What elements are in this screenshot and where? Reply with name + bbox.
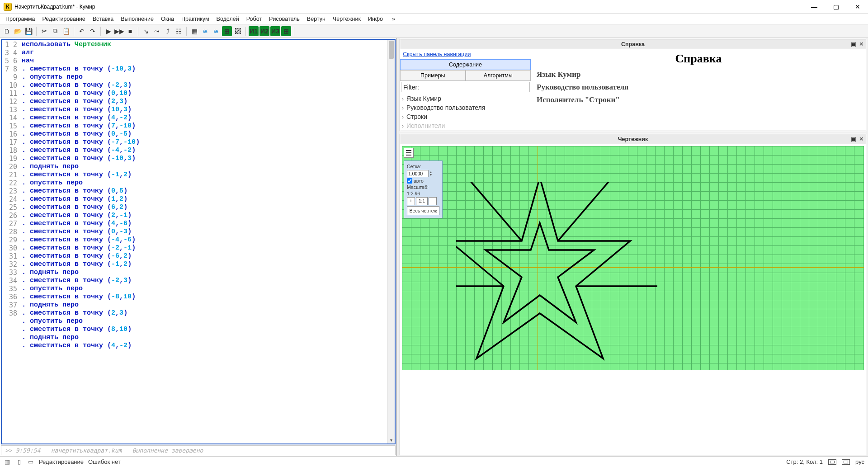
performer2-icon[interactable]: И2 (259, 26, 269, 36)
auto-grid-checkbox[interactable] (407, 178, 412, 184)
status-icon-2[interactable]: ▯ (15, 458, 23, 466)
cut-icon[interactable]: ✂ (39, 26, 49, 36)
menu-Рисователь[interactable]: Рисователь (266, 15, 302, 23)
robot-icon[interactable]: ☷ (174, 26, 184, 36)
redo-icon[interactable]: ↷ (88, 26, 98, 36)
code-area[interactable]: использовать Чертежник алг нач . сместит… (20, 40, 395, 443)
editor-scrollbar[interactable]: ▾ (387, 40, 395, 443)
drawer-panel: Чертежник ▣ ✕ Сетка: ▴▾ (400, 134, 866, 455)
fit-all-button[interactable]: Весь чертеж (407, 206, 439, 215)
separator (36, 27, 37, 36)
close-button[interactable]: ✕ (851, 3, 864, 10)
separator (245, 27, 246, 36)
scroll-down-icon[interactable]: ▾ (388, 438, 395, 443)
tree-item[interactable]: Строки (402, 112, 529, 121)
wave1-icon[interactable]: ≋ (200, 26, 210, 36)
performer3-icon[interactable]: И3 (270, 26, 280, 36)
filter-label: Filter: (401, 83, 421, 92)
menu-Программа[interactable]: Программа (3, 15, 38, 23)
grid-step-input[interactable] (407, 170, 429, 177)
save-file-icon[interactable]: 💾 (24, 26, 33, 36)
keyboard-icon[interactable] (828, 459, 836, 465)
menu-Чертежник[interactable]: Чертежник (330, 15, 363, 23)
status-bar: ▥ ▯ ▭ Редактирование Ошибок нет Стр: 2, … (0, 456, 868, 467)
filter-input[interactable] (421, 82, 529, 92)
help-link[interactable]: Язык Кумир (537, 70, 860, 79)
grid-label: Сетка: (407, 164, 439, 169)
zoom-reset-button[interactable]: 1:1 (416, 197, 428, 205)
console-text: >> 9:59:54 - начертитьквадрат.kum - Выпо… (5, 447, 203, 454)
performer1-icon[interactable]: И1 (249, 26, 259, 36)
separator (100, 27, 101, 36)
tab-content[interactable]: Содержание (400, 59, 531, 70)
menu-Практикум[interactable]: Практикум (179, 15, 212, 23)
status-icon-3[interactable]: ▭ (27, 458, 34, 466)
run-pause-icon[interactable]: ▶▶ (114, 26, 124, 36)
stop-icon[interactable]: ■ (125, 26, 135, 36)
undo-icon[interactable]: ↶ (77, 26, 87, 36)
tree-item[interactable]: Язык Кумир (402, 94, 529, 103)
drawer-canvas[interactable]: Сетка: ▴▾ авто Масштаб: 1:2.96 + 1:1 − (400, 144, 866, 372)
help-panel: Справка ▣ ✕ Скрыть панель навигации Соде… (400, 39, 866, 131)
menu-Водолей[interactable]: Водолей (214, 15, 242, 23)
panel-maximize-icon[interactable]: ▣ (851, 136, 856, 142)
help-link[interactable]: Руководство пользователя (537, 83, 860, 92)
status-errors: Ошибок нет (88, 458, 121, 465)
menu-Окна[interactable]: Окна (158, 15, 177, 23)
zoom-out-button[interactable]: − (429, 197, 437, 205)
separator (138, 27, 138, 36)
menu-overflow[interactable]: » (389, 15, 398, 23)
step-over-icon[interactable]: ⤳ (152, 26, 162, 36)
menu-Редактирование[interactable]: Редактирование (40, 15, 88, 23)
canvas-menu-icon[interactable] (404, 148, 414, 158)
panel-maximize-icon[interactable]: ▣ (851, 41, 856, 47)
window-title: НачертитьКвадрат.kum* - Кумир (14, 4, 807, 10)
menu-Вставка[interactable]: Вставка (90, 15, 116, 23)
performer4-icon[interactable]: ⊞ (281, 26, 291, 36)
menu-Вертун[interactable]: Вертун (304, 15, 328, 23)
separator (294, 27, 294, 36)
tab-examples[interactable]: Примеры (400, 70, 466, 81)
keyboard-icon-2[interactable] (842, 459, 850, 465)
menu-Робот[interactable]: Робот (244, 15, 264, 23)
tree-item[interactable]: Исполнители (402, 121, 529, 130)
separator (74, 27, 74, 36)
menu-Инфо[interactable]: Инфо (365, 15, 386, 23)
image-icon[interactable]: 🖼 (233, 26, 243, 36)
tab-algorithms[interactable]: Алгоритмы (466, 70, 531, 81)
menu-Выполнение[interactable]: Выполнение (118, 15, 156, 23)
spinner-icon[interactable]: ▴▾ (430, 171, 434, 176)
tree-item[interactable]: Руководство пользователя (402, 103, 529, 112)
maximize-button[interactable]: ▢ (829, 3, 843, 10)
scrollbar-thumb[interactable] (389, 41, 394, 59)
zoom-in-button[interactable]: + (407, 197, 415, 205)
help-panel-title-text: Справка (621, 41, 645, 47)
run-icon[interactable]: ▶ (104, 26, 113, 36)
status-icon-1[interactable]: ▥ (4, 458, 11, 466)
scale-label: Масштаб: (407, 184, 439, 190)
copy-icon[interactable]: ⧉ (50, 26, 60, 36)
separator (186, 27, 187, 36)
auto-label: авто (414, 178, 424, 184)
wave2-icon[interactable]: ≋ (211, 26, 221, 36)
panel-close-icon[interactable]: ✕ (859, 41, 864, 47)
paste-icon[interactable]: 📋 (61, 26, 71, 36)
help-tree[interactable]: Язык КумирРуководство пользователяСтроки… (400, 93, 531, 131)
title-bar: К НачертитьКвадрат.kum* - Кумир — ▢ ✕ (0, 0, 868, 14)
help-link[interactable]: Исполнитель "Строки" (537, 95, 860, 104)
hide-nav-link[interactable]: Скрыть панель навигации (400, 49, 531, 59)
console-output: >> 9:59:54 - начертитьквадрат.kum - Выпо… (1, 445, 396, 455)
cursor-position: Стр: 2, Кол: 1 (786, 458, 823, 465)
status-mode: Редактирование (39, 458, 84, 465)
panel-close-icon[interactable]: ✕ (859, 136, 864, 142)
open-file-icon[interactable]: 📂 (13, 26, 23, 36)
new-file-icon[interactable]: 🗋 (2, 26, 12, 36)
step-into-icon[interactable]: ↘ (141, 26, 151, 36)
minimize-button[interactable]: — (807, 3, 821, 10)
window-icon[interactable]: ▦ (189, 26, 199, 36)
robot-window-icon[interactable]: ⊞ (222, 26, 232, 36)
code-editor[interactable]: 1 2 3 4 5 6 7 8 9 10 11 12 13 14 15 16 1… (1, 39, 396, 444)
input-language: рус (855, 458, 864, 465)
step-out-icon[interactable]: ⤴ (163, 26, 173, 36)
toolbar: 🗋 📂 💾 ✂ ⧉ 📋 ↶ ↷ ▶ ▶▶ ■ ↘ ⤳ ⤴ ☷ ▦ ≋ ≋ ⊞ 🖼… (0, 24, 868, 38)
